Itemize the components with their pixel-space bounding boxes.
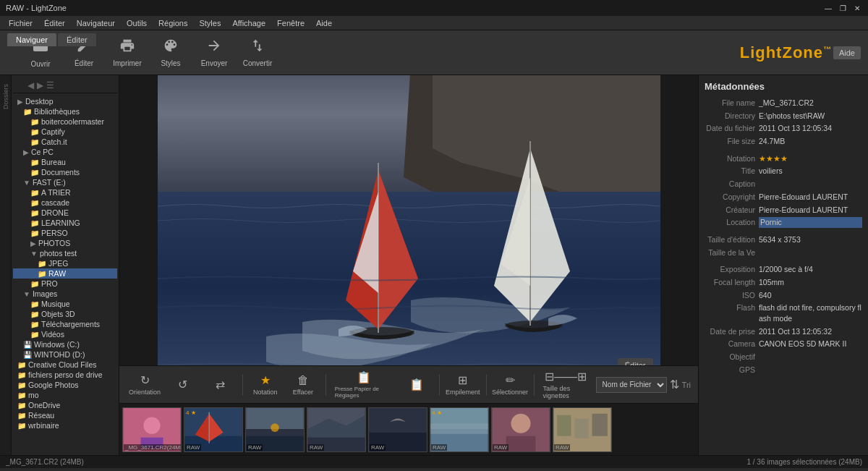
folder-a-trier[interactable]: 📁A TRIER bbox=[13, 187, 117, 198]
main-image: Éditer bbox=[158, 75, 660, 365]
send-button[interactable]: Envoyer bbox=[192, 33, 236, 73]
folder-desktop[interactable]: ▶Desktop bbox=[13, 96, 117, 106]
folder-onedrive[interactable]: 📁OneDrive bbox=[13, 400, 117, 410]
print-button[interactable]: Imprimer bbox=[106, 33, 149, 73]
folder-raw[interactable]: 📁RAW bbox=[13, 268, 117, 279]
menu-editer[interactable]: Éditer bbox=[38, 16, 71, 30]
folder-catchit[interactable]: 📁Catch.it bbox=[13, 137, 117, 147]
folder-wrbinaire[interactable]: 📁wrbinaire bbox=[13, 420, 117, 430]
convert-button[interactable]: Convertir bbox=[236, 33, 279, 73]
forward-arrow[interactable]: ▶ bbox=[37, 80, 43, 90]
send-icon bbox=[206, 38, 222, 57]
sort-direction-button[interactable]: ⇅ bbox=[670, 378, 679, 391]
clipboard2-button[interactable]: 📋 bbox=[399, 368, 435, 402]
sort-select[interactable]: Nom de Fichier Date Taille bbox=[596, 377, 667, 393]
folder-perso[interactable]: 📁PERSO bbox=[13, 228, 117, 238]
thumb-7-label: RAW bbox=[493, 444, 509, 451]
folder-jpeg[interactable]: 📁JPEG bbox=[13, 258, 117, 268]
folder-captify[interactable]: 📁Captify bbox=[13, 127, 117, 137]
window-title: RAW - LightZone bbox=[6, 4, 67, 12]
folder-images[interactable]: ▼Images bbox=[13, 289, 117, 299]
titlebar: RAW - LightZone — ❐ ✕ bbox=[0, 0, 868, 16]
folder-objets3d[interactable]: 📁Objets 3D bbox=[13, 309, 117, 319]
meta-location: Location Pornic bbox=[705, 217, 862, 228]
folder-videos[interactable]: 📁Vidéos bbox=[13, 329, 117, 339]
back-arrow[interactable]: ◀ bbox=[27, 80, 34, 90]
thumb-7[interactable]: RAW bbox=[491, 407, 550, 452]
menu-fichier[interactable]: Fichier bbox=[3, 16, 38, 30]
folder-drone[interactable]: 📁DRONE bbox=[13, 208, 117, 218]
meta-gps-value bbox=[759, 365, 862, 375]
folder-pro[interactable]: 📁PRO bbox=[13, 279, 117, 289]
meta-taille-ve-label: Taille de la Ve bbox=[705, 247, 759, 258]
nav-tabs: Naviguer Éditer bbox=[7, 33, 96, 46]
clipboard-button[interactable]: 📋 Presse Papier de Réglages bbox=[331, 368, 398, 402]
thumb-4[interactable]: RAW bbox=[307, 407, 366, 452]
thumb-6-label: RAW bbox=[431, 444, 447, 451]
thumb-3[interactable]: RAW bbox=[245, 407, 305, 452]
menu-outils[interactable]: Outils bbox=[121, 16, 153, 30]
trash-icon: 🗑 bbox=[297, 374, 309, 387]
folder-tree: ▶Desktop 📁Bibliothèques 📁boitercoolermas… bbox=[13, 93, 117, 433]
clipboard2-icon: 📋 bbox=[409, 378, 424, 391]
thumbnail-size-icon: ⊟——⊞ bbox=[545, 370, 587, 383]
meta-date-fichier-label: Date du fichier bbox=[705, 123, 759, 134]
thumbnail-size-button[interactable]: ⊟——⊞ Taille des vignettes bbox=[539, 368, 593, 402]
select-button[interactable]: ✏ Sélectionner bbox=[490, 368, 529, 402]
folder-reseau[interactable]: 📁Réseau bbox=[13, 410, 117, 420]
minimize-button[interactable]: — bbox=[823, 3, 833, 13]
menu-affichage[interactable]: Affichage bbox=[226, 16, 271, 30]
folder-boitercoolermaster[interactable]: 📁boitercoolermaster bbox=[13, 116, 117, 127]
thumbnail-size-label: Taille des vignettes bbox=[543, 385, 589, 399]
folder-musique[interactable]: 📁Musique bbox=[13, 299, 117, 309]
orientation-button[interactable]: ↻ Orientation bbox=[127, 368, 163, 402]
edit-image-button[interactable]: Éditer bbox=[618, 358, 653, 366]
folder-google-photos[interactable]: 📁Google Photos bbox=[13, 380, 117, 390]
delete-button[interactable]: 🗑 Effacer bbox=[285, 368, 321, 402]
help-button[interactable]: Aide bbox=[833, 46, 861, 59]
vtab-dossiers[interactable]: Dossiers bbox=[1, 81, 11, 112]
folder-mo[interactable]: 📁mo bbox=[13, 390, 117, 400]
folder-telechargements[interactable]: 📁Téléchargements bbox=[13, 319, 117, 329]
folder-bureau[interactable]: 📁Bureau bbox=[13, 157, 117, 167]
tab-navigate[interactable]: Naviguer bbox=[7, 33, 56, 46]
folder-photos[interactable]: ▶PHOTOS bbox=[13, 238, 117, 248]
tab-edit[interactable]: Éditer bbox=[58, 33, 96, 46]
thumb-2-label: RAW bbox=[185, 444, 201, 451]
thumb-5[interactable]: RAW bbox=[368, 407, 427, 452]
thumb-6[interactable]: 4 ★ RAW bbox=[430, 407, 489, 452]
folder-photos-test[interactable]: ▼photos test bbox=[13, 248, 117, 258]
thumb-2[interactable]: 4 ★ RAW bbox=[184, 407, 243, 452]
folder-cascade[interactable]: 📁cascade bbox=[13, 198, 117, 208]
thumb-1[interactable]: _MG_3671.CR2(24MB) bbox=[122, 407, 182, 452]
menu-arrow[interactable]: ☰ bbox=[46, 80, 54, 90]
stack-button[interactable]: ⊞ Empilement bbox=[444, 368, 481, 402]
folder-ce-pc[interactable]: ▶Ce PC bbox=[13, 147, 117, 157]
folder-bibliotheques[interactable]: 📁Bibliothèques bbox=[13, 106, 117, 116]
rotate-ccw-button[interactable]: ↺ bbox=[164, 368, 200, 402]
folder-windows-c[interactable]: 💾Windows (C:) bbox=[13, 339, 117, 349]
maximize-button[interactable]: ❐ bbox=[838, 3, 848, 13]
close-button[interactable]: ✕ bbox=[852, 3, 862, 13]
thumb-1-label: _MG_3671.CR2(24MB) bbox=[124, 444, 182, 451]
folder-creative-cloud[interactable]: 📁Creative Cloud Files bbox=[13, 360, 117, 370]
stack-icon: ⊞ bbox=[458, 373, 467, 387]
folder-learning[interactable]: 📁LEARNING bbox=[13, 218, 117, 228]
rating-button[interactable]: ★ Notation bbox=[247, 368, 284, 402]
menu-navigateur[interactable]: Navigateur bbox=[71, 16, 121, 30]
folder-wintohd-d[interactable]: 💾WINTOHD (D:) bbox=[13, 349, 117, 360]
meta-gps: GPS bbox=[705, 365, 862, 375]
menu-regions[interactable]: Régions bbox=[153, 16, 193, 30]
meta-caption: Caption bbox=[705, 179, 862, 190]
folder-documents[interactable]: 📁Documents bbox=[13, 167, 117, 177]
menu-styles[interactable]: Styles bbox=[193, 16, 226, 30]
menu-fenetre[interactable]: Fenêtre bbox=[271, 16, 310, 30]
styles-button[interactable]: Styles bbox=[149, 33, 192, 73]
thumb-8[interactable]: RAW bbox=[553, 407, 612, 452]
sidebar-vtabs: Dossiers bbox=[0, 75, 12, 455]
flip-button[interactable]: ⇄ bbox=[202, 368, 238, 402]
folder-fichiers-perso[interactable]: 📁fichiers perso de drive bbox=[13, 370, 117, 380]
menu-aide[interactable]: Aide bbox=[310, 16, 338, 30]
folder-fast-e[interactable]: ▼FAST (E:) bbox=[13, 177, 117, 187]
status-left: _MG_3671.CR2 (24MB) bbox=[6, 458, 84, 466]
